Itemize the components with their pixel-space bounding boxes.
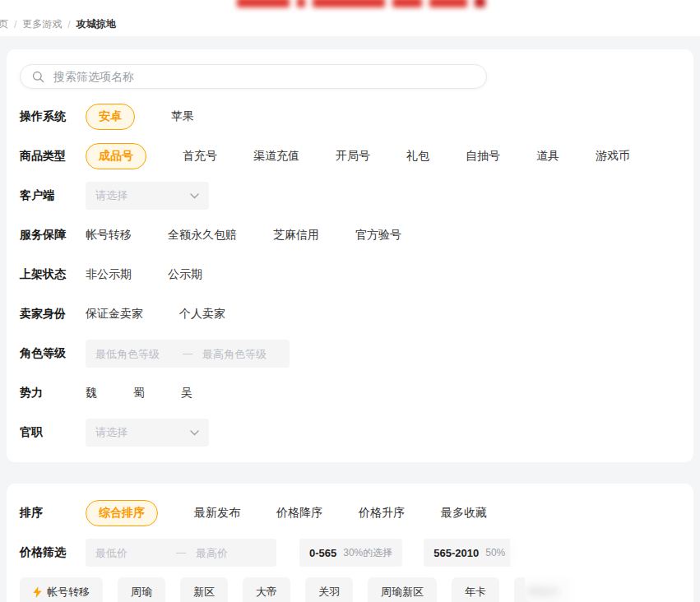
sort-option-price-desc[interactable]: 价格降序 <box>276 506 322 521</box>
price-range: — <box>86 539 276 567</box>
price-filter-label: 价格筛选 <box>20 545 86 560</box>
price-quick-note: 50% <box>485 547 505 558</box>
filter-row-product-type: 商品类型 成品号 首充号 渠道充值 开局号 礼包 自抽号 道具 游戏币 <box>13 137 687 176</box>
client-select[interactable]: 请选择 <box>86 182 209 210</box>
tag-item[interactable]: 周瑜新区 <box>368 577 437 602</box>
filter-row-faction: 势力 魏 蜀 吴 <box>13 373 687 413</box>
filter-option[interactable]: 首充号 <box>183 149 217 164</box>
sort-option-newest[interactable]: 最新发布 <box>194 506 240 521</box>
price-quick-note: 30%的选择 <box>343 546 392 560</box>
filter-label: 服务保障 <box>20 228 86 243</box>
filter-row-guarantee: 服务保障 帐号转移 全额永久包赔 芝麻信用 官方验号 <box>13 215 687 255</box>
max-price-input[interactable] <box>186 547 276 559</box>
filter-label: 上架状态 <box>20 267 86 282</box>
filter-option-wu[interactable]: 吴 <box>181 386 192 401</box>
tag-label: 关羽 <box>318 585 340 600</box>
tag-label: 大帝 <box>256 585 277 600</box>
breadcrumb-home[interactable]: 首页 <box>0 17 8 31</box>
filter-option-android[interactable]: 安卓 <box>86 104 135 130</box>
range-dash: — <box>176 547 186 558</box>
select-placeholder: 请选择 <box>95 188 127 203</box>
price-quick-range: 565-2010 <box>433 547 479 559</box>
sort-option-price-asc[interactable]: 价格升序 <box>359 506 405 521</box>
filter-row-official-rank: 官职 请选择 <box>13 413 687 452</box>
price-quick-options: 0-565 30%的选择 565-2010 50% <box>299 539 515 567</box>
tag-label: 周瑜新区 <box>381 585 424 600</box>
role-level-range: — <box>86 340 290 368</box>
filter-label: 客户端 <box>20 188 86 203</box>
sort-label: 排序 <box>20 506 86 521</box>
filter-option[interactable]: 渠道充值 <box>253 149 299 164</box>
search-box[interactable] <box>20 64 487 89</box>
filter-option[interactable]: 非公示期 <box>86 267 132 282</box>
breadcrumb: 首页 / 更多游戏 / 攻城掠地 <box>0 17 116 31</box>
filter-label: 势力 <box>20 386 86 401</box>
blur-patch <box>525 572 644 602</box>
blurred-banner <box>237 0 485 7</box>
breadcrumb-current-game: 攻城掠地 <box>76 17 116 31</box>
tag-account-transfer[interactable]: 帐号转移 <box>20 577 103 602</box>
price-quick-range: 0-565 <box>309 547 336 559</box>
filter-option[interactable]: 游戏币 <box>596 149 630 164</box>
tag-label: 年卡 <box>465 585 486 600</box>
min-price-input[interactable] <box>86 547 176 559</box>
tag-item[interactable]: 大帝 <box>243 577 290 602</box>
sort-option-most-favorited[interactable]: 最多收藏 <box>441 506 487 521</box>
filter-option[interactable]: 公示期 <box>168 267 202 282</box>
filter-option[interactable]: 官方验号 <box>355 228 401 243</box>
price-quick-mid[interactable]: 565-2010 50% <box>424 539 515 567</box>
breadcrumb-separator: / <box>14 19 16 30</box>
search-icon <box>32 71 44 83</box>
filter-option[interactable]: 成品号 <box>86 143 146 169</box>
chevron-down-icon <box>190 193 199 199</box>
filter-label: 操作系统 <box>20 109 86 124</box>
breadcrumb-separator: / <box>67 19 70 30</box>
filter-panel: 操作系统 安卓 苹果 商品类型 成品号 首充号 渠道充值 开局号 礼包 自抽号 … <box>7 49 693 462</box>
filter-option-wei[interactable]: 魏 <box>86 386 97 401</box>
tag-label: 新区 <box>193 585 215 600</box>
filter-option[interactable]: 开局号 <box>336 149 370 164</box>
filter-option-shu[interactable]: 蜀 <box>133 386 145 401</box>
filter-option[interactable]: 个人卖家 <box>179 307 225 322</box>
tag-label: 周瑜 <box>131 585 152 600</box>
sort-row: 排序 综合排序 最新发布 价格降序 价格升序 最多收藏 <box>13 493 687 533</box>
filter-option[interactable]: 芝麻信用 <box>273 228 319 243</box>
filter-option[interactable]: 全额永久包赔 <box>168 228 237 243</box>
breadcrumb-more-games[interactable]: 更多游戏 <box>22 17 62 31</box>
filter-option[interactable]: 礼包 <box>406 149 429 164</box>
select-placeholder: 请选择 <box>95 425 127 440</box>
tag-item[interactable]: 周瑜 <box>118 577 165 602</box>
official-rank-select[interactable]: 请选择 <box>86 419 209 447</box>
tag-item[interactable]: 新区 <box>180 577 228 602</box>
tag-item[interactable]: 关羽 <box>305 577 353 602</box>
filter-row-client: 客户端 请选择 <box>13 176 687 215</box>
lightning-icon <box>33 586 42 598</box>
filter-row-listing-status: 上架状态 非公示期 公示期 <box>13 255 687 294</box>
filter-row-seller-identity: 卖家身份 保证金卖家 个人卖家 <box>13 294 687 334</box>
filter-option[interactable]: 自抽号 <box>466 149 500 164</box>
filter-row-role-level: 角色等级 — <box>13 334 687 373</box>
min-level-input[interactable] <box>86 348 183 360</box>
filter-label: 卖家身份 <box>20 307 86 322</box>
sort-option-comprehensive[interactable]: 综合排序 <box>86 500 158 526</box>
filter-label: 角色等级 <box>20 346 86 361</box>
range-dash: — <box>183 348 192 359</box>
blur-patch <box>510 535 605 569</box>
tag-label: 帐号转移 <box>47 585 90 600</box>
filter-option[interactable]: 帐号转移 <box>86 228 132 243</box>
price-quick-low[interactable]: 0-565 30%的选择 <box>299 539 402 567</box>
search-input[interactable] <box>52 69 475 84</box>
filter-option[interactable]: 保证金卖家 <box>86 307 143 322</box>
filter-option[interactable]: 道具 <box>536 149 559 164</box>
filter-option-apple[interactable]: 苹果 <box>171 109 194 124</box>
page: 首页 / 更多游戏 / 攻城掠地 操作系统 安卓 苹果 商品类型 成品号 首充号 <box>0 0 700 602</box>
filter-label: 官职 <box>20 425 86 440</box>
filter-row-os: 操作系统 安卓 苹果 <box>13 97 687 137</box>
filter-label: 商品类型 <box>20 149 86 164</box>
tag-item[interactable]: 年卡 <box>452 577 499 602</box>
chevron-down-icon <box>190 430 199 436</box>
max-level-input[interactable] <box>192 348 290 360</box>
